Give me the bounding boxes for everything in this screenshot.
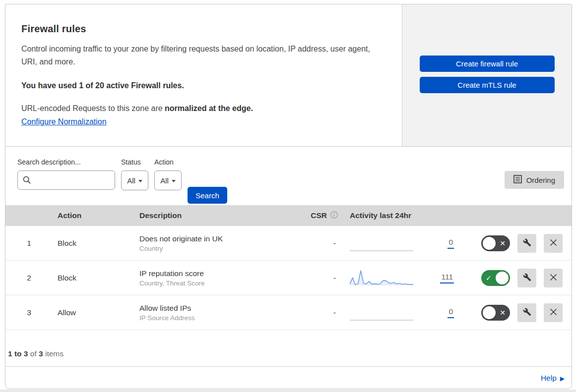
status-value: All <box>127 176 135 185</box>
toggle-knob <box>496 272 509 284</box>
action-label: Action <box>154 158 182 166</box>
close-icon <box>550 274 557 282</box>
ordering-button[interactable]: Ordering <box>505 171 564 189</box>
status-dropdown[interactable]: All <box>121 170 148 190</box>
edit-rule-button[interactable] <box>517 303 536 322</box>
cta-panel: Create firewall rule Create mTLS rule <box>402 4 572 146</box>
delete-rule-button[interactable] <box>544 269 563 287</box>
rule-enable-toggle[interactable]: ✓ ✕ <box>481 235 510 251</box>
table-row: 2 Block IP reputation score Country, Thr… <box>5 261 572 295</box>
activity-cell: 0 <box>338 303 457 323</box>
activity-count-link[interactable]: 0 <box>448 307 454 318</box>
status-filter-group: Status All <box>121 158 148 190</box>
row-number: 1 <box>5 239 53 248</box>
info-icon[interactable] <box>330 211 338 221</box>
firewall-rules-card: Firewall rules Control incoming traffic … <box>5 4 572 389</box>
normalization-note: URL-encoded Requests to this zone are no… <box>21 104 382 113</box>
activity-sparkline <box>350 268 413 288</box>
search-input[interactable] <box>17 170 115 190</box>
create-firewall-rule-button[interactable]: Create firewall rule <box>420 56 555 72</box>
rule-description-cell: Allow listed IPs IP Source Address <box>139 304 293 322</box>
rule-enable-toggle[interactable]: ✓ ✕ <box>481 270 510 286</box>
table-row: 1 Block Does not originate in UK Country… <box>5 226 572 261</box>
wrench-icon <box>523 273 531 283</box>
delete-rule-button[interactable] <box>544 303 563 322</box>
pagination: 1 to 3 of 3 items <box>5 330 572 367</box>
status-label: Status <box>121 158 148 166</box>
ordering-list-icon <box>513 175 522 185</box>
create-mtls-rule-button[interactable]: Create mTLS rule <box>420 77 555 93</box>
rule-criteria: Country <box>139 245 293 252</box>
row-controls: ✓ ✕ <box>457 269 572 287</box>
chevron-down-icon <box>138 180 142 182</box>
usage-summary: You have used 1 of 20 active Firewall ru… <box>21 81 382 90</box>
pagination-range: 1 to 3 <box>8 349 28 358</box>
table-row: 3 Allow Allow listed IPs IP Source Addre… <box>5 295 572 330</box>
action-filter-group: Action All <box>154 158 182 190</box>
intro-panel: Firewall rules Control incoming traffic … <box>5 4 402 146</box>
ordering-label: Ordering <box>526 176 555 184</box>
table-header: Action Description CSR Activity last 24h… <box>5 205 572 226</box>
rule-csr: - <box>293 308 338 317</box>
x-icon: ✕ <box>500 309 506 316</box>
activity-sparkline <box>350 303 413 323</box>
normalization-prefix: URL-encoded Requests to this zone are <box>21 104 165 112</box>
normalization-bold: normalized at the edge. <box>165 104 253 112</box>
rule-criteria: IP Source Address <box>139 314 293 322</box>
row-controls: ✓ ✕ <box>457 303 572 322</box>
search-label: Search description... <box>17 158 115 166</box>
arrow-right-icon: ▶ <box>560 376 565 382</box>
rule-csr: - <box>293 274 338 282</box>
rule-action: Allow <box>53 308 139 317</box>
header-description: Description <box>139 211 293 220</box>
edit-rule-button[interactable] <box>517 269 536 287</box>
edit-rule-button[interactable] <box>517 234 536 253</box>
activity-cell: 111 <box>338 268 457 288</box>
rule-description-cell: IP reputation score Country, Threat Scor… <box>139 269 293 287</box>
toggle-knob <box>483 237 496 250</box>
rule-criteria: Country, Threat Score <box>139 280 293 287</box>
activity-count-link[interactable]: 111 <box>440 273 454 283</box>
activity-cell: 0 <box>338 233 457 253</box>
delete-rule-button[interactable] <box>544 234 563 253</box>
rule-description: Allow listed IPs <box>139 304 293 313</box>
filter-bar: Search description... Status All Action … <box>5 147 572 205</box>
row-number: 3 <box>5 308 53 317</box>
search-icon <box>23 176 31 186</box>
rule-description: Does not originate in UK <box>139 234 293 243</box>
header-csr: CSR <box>293 211 338 221</box>
close-icon <box>550 308 557 317</box>
wrench-icon <box>523 238 531 248</box>
action-dropdown[interactable]: All <box>154 170 182 190</box>
rule-enable-toggle[interactable]: ✓ ✕ <box>481 305 510 321</box>
rule-csr: - <box>293 239 338 248</box>
header-activity: Activity last 24hr <box>338 211 457 220</box>
configure-normalization-link[interactable]: Configure Normalization <box>21 117 107 126</box>
close-icon <box>550 239 557 248</box>
rule-action: Block <box>53 239 139 248</box>
search-group: Search description... <box>17 158 115 190</box>
help-link[interactable]: Help ▶ <box>541 374 565 383</box>
row-controls: ✓ ✕ <box>457 234 572 253</box>
rule-action: Block <box>53 274 139 282</box>
pagination-items-label: items <box>43 349 64 358</box>
activity-count-link[interactable]: 0 <box>448 238 454 249</box>
chevron-down-icon <box>172 180 176 182</box>
activity-sparkline <box>350 233 413 253</box>
pagination-of: of <box>28 349 39 358</box>
action-value: All <box>160 176 169 185</box>
pagination-total: 3 <box>39 349 43 358</box>
help-label: Help <box>541 374 557 383</box>
search-button[interactable]: Search <box>188 187 227 204</box>
page-description: Control incoming traffic to your zone by… <box>21 43 374 68</box>
row-number: 2 <box>5 274 53 282</box>
rule-description-cell: Does not originate in UK Country <box>139 234 293 252</box>
rule-description: IP reputation score <box>139 269 293 278</box>
help-bar: Help ▶ <box>5 367 572 389</box>
header-action: Action <box>53 211 139 220</box>
wrench-icon <box>523 308 531 318</box>
top-section: Firewall rules Control incoming traffic … <box>5 4 572 147</box>
toggle-knob <box>483 306 496 319</box>
x-icon: ✕ <box>500 239 506 246</box>
page-title: Firewall rules <box>21 23 382 35</box>
